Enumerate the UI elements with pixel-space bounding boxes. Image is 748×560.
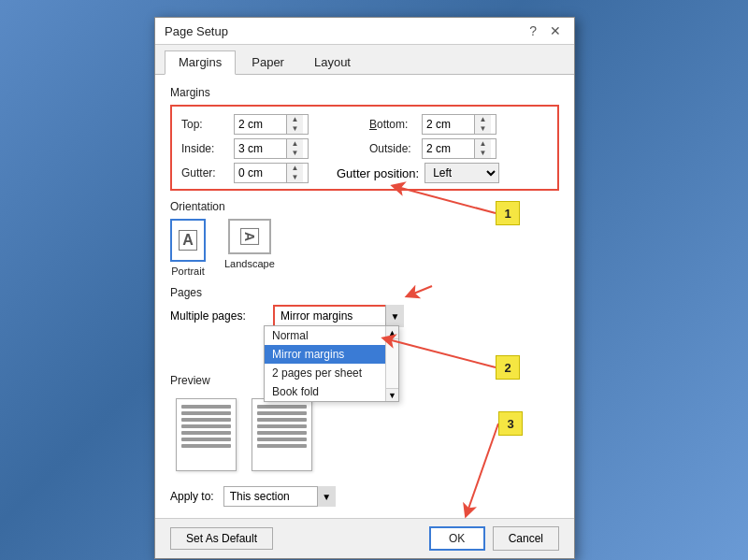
landscape-option[interactable]: A Landscape bbox=[224, 219, 275, 277]
top-margin-row: Top: ▲ ▼ bbox=[181, 114, 360, 135]
dialog-footer: Set As Default OK Cancel bbox=[155, 518, 574, 558]
tab-paper[interactable]: Paper bbox=[237, 50, 298, 74]
pages-row: Multiple pages: Mirror margins ▼ Normal … bbox=[170, 305, 559, 327]
bottom-margin-row: Bottom: ▲ ▼ bbox=[369, 114, 548, 135]
set-default-button[interactable]: Set As Default bbox=[170, 527, 273, 550]
multiple-pages-dropdown: Normal Mirror margins 2 pages per sheet … bbox=[264, 325, 399, 402]
close-button[interactable]: ✕ bbox=[546, 23, 565, 38]
bottom-spinner: ▲ ▼ bbox=[474, 115, 491, 134]
outside-spin-up[interactable]: ▲ bbox=[475, 139, 491, 149]
orientation-options: A Portrait A Landscape bbox=[170, 219, 559, 277]
annotation-1: 1 bbox=[496, 201, 520, 225]
top-label: Top: bbox=[181, 118, 228, 131]
preview-line bbox=[257, 438, 307, 441]
portrait-icon: A bbox=[170, 219, 206, 262]
footer-actions: OK Cancel bbox=[429, 526, 559, 551]
top-input[interactable] bbox=[235, 116, 286, 133]
apply-row: Apply to: This section Whole document ▼ bbox=[170, 486, 559, 507]
preview-line bbox=[257, 411, 307, 415]
preview-line bbox=[181, 444, 231, 448]
inside-margin-row: Inside: ▲ ▼ bbox=[181, 138, 360, 159]
dropdown-scrollbar: ▲ ▼ bbox=[385, 326, 398, 401]
preview-line bbox=[181, 418, 231, 422]
scroll-up-icon[interactable]: ▲ bbox=[386, 326, 398, 339]
apply-label: Apply to: bbox=[170, 490, 214, 503]
landscape-icon: A bbox=[228, 219, 271, 254]
gutter-position-select[interactable]: Left Top bbox=[424, 163, 499, 183]
preview-line bbox=[181, 411, 231, 415]
preview-line bbox=[257, 431, 307, 435]
gutter-spin-down[interactable]: ▼ bbox=[287, 173, 303, 182]
dialog-title: Page Setup bbox=[165, 24, 228, 38]
preview-line bbox=[181, 431, 231, 435]
gutter-position-select-wrap: Left Top bbox=[424, 163, 499, 183]
inside-spin-down[interactable]: ▼ bbox=[287, 149, 303, 158]
margins-grid: Top: ▲ ▼ Bottom: ▲ bbox=[181, 114, 548, 159]
margins-section-label: Margins bbox=[170, 86, 559, 99]
inside-spinner: ▲ ▼ bbox=[286, 139, 303, 158]
outside-input[interactable] bbox=[423, 140, 474, 157]
preview-line bbox=[257, 444, 307, 448]
titlebar-controls: ? ✕ bbox=[525, 23, 565, 38]
dialog-content: Margins Top: ▲ ▼ Bottom: bbox=[155, 75, 574, 518]
annotation-3: 3 bbox=[498, 411, 523, 436]
preview-line bbox=[181, 424, 231, 428]
portrait-label: Portrait bbox=[171, 266, 204, 277]
dropdown-item-mirror[interactable]: Mirror margins bbox=[265, 345, 398, 364]
top-spinner: ▲ ▼ bbox=[286, 115, 303, 134]
inside-input[interactable] bbox=[235, 140, 286, 157]
gutter-input[interactable] bbox=[235, 165, 286, 181]
margins-section: Top: ▲ ▼ Bottom: ▲ bbox=[170, 105, 559, 191]
outside-label: Outside: bbox=[369, 142, 416, 155]
portrait-option[interactable]: A Portrait bbox=[170, 219, 206, 277]
gutter-position-label: Gutter position: bbox=[337, 166, 419, 180]
pages-label: Pages bbox=[170, 286, 559, 299]
apply-select-wrap: This section Whole document ▼ bbox=[223, 486, 336, 507]
dropdown-item-2pages[interactable]: 2 pages per sheet bbox=[265, 364, 398, 382]
dialog-titlebar: Page Setup ? ✕ bbox=[155, 18, 574, 45]
multiple-pages-select[interactable]: Mirror margins bbox=[273, 305, 404, 327]
gutter-row: Gutter: ▲ ▼ Gutter position: Left bbox=[181, 163, 548, 183]
preview-page-right bbox=[252, 398, 312, 471]
gutter-label: Gutter: bbox=[181, 166, 228, 179]
bottom-label: Bottom: bbox=[369, 118, 416, 131]
top-spin-up[interactable]: ▲ bbox=[287, 115, 303, 124]
gutter-left: Gutter: ▲ ▼ bbox=[181, 163, 309, 183]
tab-margins[interactable]: Margins bbox=[165, 50, 236, 75]
inside-label: Inside: bbox=[181, 142, 228, 155]
preview-line bbox=[181, 438, 231, 441]
gutter-right: Gutter position: Left Top bbox=[337, 163, 499, 183]
page-setup-dialog: Page Setup ? ✕ Margins Paper Layout Marg… bbox=[154, 17, 575, 559]
gutter-input-wrap: ▲ ▼ bbox=[234, 163, 309, 183]
outside-margin-row: Outside: ▲ ▼ bbox=[369, 138, 548, 159]
annotation-2: 2 bbox=[496, 355, 520, 380]
pages-section: Pages Multiple pages: Mirror margins ▼ N… bbox=[170, 286, 559, 327]
gutter-spin-up[interactable]: ▲ bbox=[287, 164, 303, 173]
dropdown-item-normal[interactable]: Normal bbox=[265, 326, 398, 345]
top-spin-down[interactable]: ▼ bbox=[287, 124, 303, 134]
bottom-spin-up[interactable]: ▲ bbox=[475, 115, 491, 124]
bottom-spin-down[interactable]: ▼ bbox=[475, 124, 491, 134]
preview-line bbox=[181, 405, 231, 409]
scroll-down-icon[interactable]: ▼ bbox=[386, 388, 398, 401]
outside-spinner: ▲ ▼ bbox=[474, 139, 491, 158]
inside-spin-up[interactable]: ▲ bbox=[287, 139, 303, 149]
tab-layout[interactable]: Layout bbox=[300, 50, 365, 74]
ok-button[interactable]: OK bbox=[429, 526, 485, 551]
outside-input-wrap: ▲ ▼ bbox=[422, 138, 496, 159]
scroll-track bbox=[386, 339, 398, 388]
multiple-pages-select-wrap: Mirror margins ▼ bbox=[273, 305, 404, 327]
top-input-wrap: ▲ ▼ bbox=[234, 114, 309, 135]
preview-line bbox=[257, 424, 307, 428]
cancel-button[interactable]: Cancel bbox=[493, 526, 559, 551]
gutter-spinner: ▲ ▼ bbox=[286, 164, 303, 182]
apply-select[interactable]: This section Whole document bbox=[223, 486, 336, 507]
landscape-label: Landscape bbox=[224, 258, 275, 269]
outside-spin-down[interactable]: ▼ bbox=[475, 149, 491, 158]
preview-page-left bbox=[176, 398, 237, 471]
preview-line bbox=[257, 418, 307, 422]
bottom-input[interactable] bbox=[423, 116, 474, 133]
tab-bar: Margins Paper Layout bbox=[155, 45, 574, 75]
dropdown-item-bookfold[interactable]: Book fold bbox=[265, 382, 398, 401]
help-button[interactable]: ? bbox=[525, 23, 540, 38]
